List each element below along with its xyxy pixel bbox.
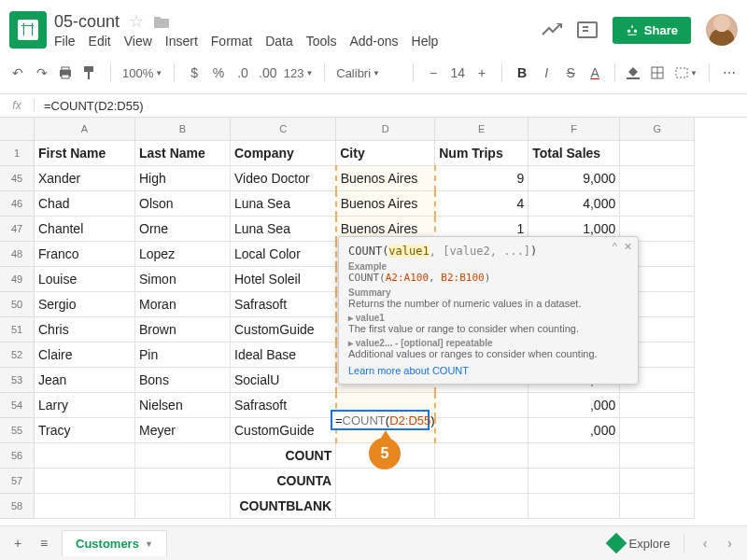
header-cell[interactable]: First Name xyxy=(35,141,135,166)
header-cell[interactable]: Company xyxy=(231,141,336,166)
menu-data[interactable]: Data xyxy=(265,34,293,49)
cell[interactable]: COUNTBLANK xyxy=(231,494,336,519)
menu-view[interactable]: View xyxy=(124,34,152,49)
cell[interactable]: Louise xyxy=(35,267,135,292)
row-header[interactable]: 47 xyxy=(0,217,35,242)
cell[interactable] xyxy=(336,494,435,519)
cell[interactable]: Chris xyxy=(35,317,135,343)
cell[interactable] xyxy=(620,494,695,519)
column-header[interactable]: A xyxy=(35,118,135,141)
row-header[interactable]: 59 xyxy=(0,519,35,520)
cell[interactable]: Chad xyxy=(35,191,135,217)
font-size-increase[interactable]: + xyxy=(473,65,490,80)
font-size[interactable]: 14 xyxy=(449,65,466,80)
cell[interactable]: 4,000 xyxy=(529,191,620,217)
cell[interactable]: High xyxy=(135,166,231,191)
header-cell[interactable] xyxy=(620,141,695,166)
cell[interactable] xyxy=(135,443,231,469)
row-header[interactable]: 45 xyxy=(0,166,35,191)
zoom-select[interactable]: 100%▼ xyxy=(122,66,162,80)
redo-icon[interactable]: ↷ xyxy=(34,65,50,80)
cell[interactable]: Larry xyxy=(35,393,135,418)
font-size-decrease[interactable]: − xyxy=(425,65,442,80)
cell[interactable] xyxy=(336,469,435,494)
menu-tools[interactable]: Tools xyxy=(306,34,337,49)
cell[interactable] xyxy=(435,443,529,469)
sheet-tab-menu-icon[interactable]: ▼ xyxy=(145,539,153,549)
text-color-icon[interactable]: A xyxy=(586,65,603,80)
cell[interactable] xyxy=(35,494,135,519)
cell[interactable]: Sergio xyxy=(35,292,135,317)
tooltip-close-icon[interactable]: ✕ xyxy=(624,241,632,253)
avatar[interactable] xyxy=(706,14,738,46)
merge-icon[interactable]: ▼ xyxy=(675,67,698,78)
column-header[interactable]: C xyxy=(231,118,336,141)
cell[interactable] xyxy=(435,494,529,519)
menu-file[interactable]: File xyxy=(54,34,76,49)
cell[interactable] xyxy=(336,519,435,520)
row-header[interactable]: 54 xyxy=(0,393,35,418)
cell[interactable]: COUNTA xyxy=(231,469,336,494)
column-header[interactable]: G xyxy=(620,118,695,141)
font-select[interactable]: Calibri▼ xyxy=(336,66,402,80)
cell[interactable] xyxy=(435,469,529,494)
row-header[interactable]: 46 xyxy=(0,191,35,217)
cell[interactable] xyxy=(620,443,695,469)
menu-format[interactable]: Format xyxy=(211,34,252,49)
cell[interactable]: Jean xyxy=(35,368,135,393)
cell[interactable] xyxy=(529,469,620,494)
cell[interactable] xyxy=(620,393,695,418)
cell[interactable]: Bons xyxy=(135,368,231,393)
row-header[interactable]: 51 xyxy=(0,317,35,343)
cell[interactable] xyxy=(35,469,135,494)
row-header[interactable]: 48 xyxy=(0,242,35,267)
cell[interactable] xyxy=(620,469,695,494)
tooltip-collapse-icon[interactable]: ^ xyxy=(613,241,617,252)
row-header[interactable]: 1 xyxy=(0,141,35,166)
italic-icon[interactable]: I xyxy=(538,65,555,80)
active-cell[interactable]: =COUNT(D2:D55) xyxy=(331,410,430,430)
menu-insert[interactable]: Insert xyxy=(165,34,198,49)
scroll-left-icon[interactable]: ‹ xyxy=(698,536,713,551)
cell[interactable] xyxy=(35,519,135,520)
decrease-decimal-icon[interactable]: .0 xyxy=(234,65,251,80)
cell[interactable]: Simon xyxy=(135,267,231,292)
cell[interactable]: CustomGuide xyxy=(231,418,336,443)
cell[interactable]: Nielsen xyxy=(135,393,231,418)
sheet-tab[interactable]: Customers ▼ xyxy=(62,530,167,556)
cell[interactable] xyxy=(35,443,135,469)
cell[interactable]: Tracy xyxy=(35,418,135,443)
bold-icon[interactable]: B xyxy=(514,65,530,80)
fx-icon[interactable]: fx xyxy=(0,99,35,112)
cell[interactable]: SocialU xyxy=(231,368,336,393)
star-icon[interactable]: ☆ xyxy=(129,11,144,32)
spreadsheet-grid[interactable]: ABCDEFG1First NameLast NameCompanyCityNu… xyxy=(0,118,747,519)
cell[interactable]: ,000 xyxy=(529,418,620,443)
paint-format-icon[interactable] xyxy=(82,65,99,80)
all-sheets-icon[interactable]: ≡ xyxy=(35,536,52,551)
cell[interactable]: Buenos Aires xyxy=(336,166,435,191)
row-header[interactable]: 52 xyxy=(0,343,35,368)
cell[interactable]: Local Color xyxy=(231,242,336,267)
header-cell[interactable]: City xyxy=(336,141,435,166)
cell[interactable] xyxy=(529,519,620,520)
doc-title[interactable]: 05-count xyxy=(54,12,120,32)
cell[interactable] xyxy=(435,519,529,520)
cell[interactable]: Buenos Aires xyxy=(336,191,435,217)
comments-icon[interactable] xyxy=(577,21,598,38)
row-header[interactable]: 53 xyxy=(0,368,35,393)
cell[interactable] xyxy=(435,393,529,418)
row-header[interactable]: 50 xyxy=(0,292,35,317)
cell[interactable] xyxy=(529,494,620,519)
cell[interactable]: 9,000 xyxy=(529,166,620,191)
cell[interactable]: Luna Sea xyxy=(231,191,336,217)
cell[interactable]: 4 xyxy=(435,191,529,217)
percent-icon[interactable]: % xyxy=(210,65,227,80)
row-header[interactable]: 58 xyxy=(0,494,35,519)
cell[interactable]: Moran xyxy=(135,292,231,317)
currency-icon[interactable]: $ xyxy=(186,65,203,80)
row-header[interactable]: 56 xyxy=(0,443,35,469)
scroll-right-icon[interactable]: › xyxy=(722,536,738,551)
column-header[interactable]: D xyxy=(336,118,435,141)
cell[interactable] xyxy=(135,494,231,519)
